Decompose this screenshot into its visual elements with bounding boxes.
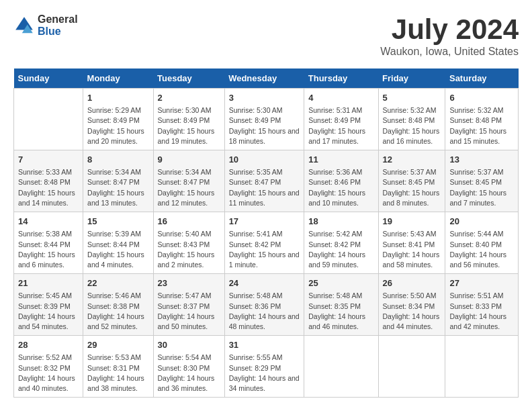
day-number: 24 xyxy=(229,277,300,289)
calendar-week-row: 21Sunrise: 5:45 AM Sunset: 8:39 PM Dayli… xyxy=(14,274,519,336)
calendar-cell: 26Sunrise: 5:50 AM Sunset: 8:34 PM Dayli… xyxy=(378,274,445,336)
calendar-cell xyxy=(304,336,378,398)
day-number: 27 xyxy=(449,277,514,289)
calendar-cell: 25Sunrise: 5:48 AM Sunset: 8:35 PM Dayli… xyxy=(304,274,378,336)
day-number: 3 xyxy=(229,92,300,104)
day-info: Sunrise: 5:36 AM Sunset: 8:46 PM Dayligh… xyxy=(308,167,373,208)
calendar-cell: 5Sunrise: 5:32 AM Sunset: 8:48 PM Daylig… xyxy=(378,89,445,150)
day-number: 20 xyxy=(449,216,514,228)
calendar-cell: 7Sunrise: 5:33 AM Sunset: 8:48 PM Daylig… xyxy=(14,150,83,212)
day-info: Sunrise: 5:45 AM Sunset: 8:39 PM Dayligh… xyxy=(18,291,79,332)
day-number: 15 xyxy=(87,216,148,228)
calendar-cell: 31Sunrise: 5:55 AM Sunset: 8:29 PM Dayli… xyxy=(224,336,304,398)
calendar-cell: 17Sunrise: 5:41 AM Sunset: 8:42 PM Dayli… xyxy=(224,212,304,274)
day-number: 16 xyxy=(158,216,220,228)
calendar-body: 1Sunrise: 5:29 AM Sunset: 8:49 PM Daylig… xyxy=(14,89,519,398)
day-number: 10 xyxy=(229,154,300,166)
calendar-cell xyxy=(14,89,83,150)
day-info: Sunrise: 5:34 AM Sunset: 8:47 PM Dayligh… xyxy=(158,167,220,208)
day-info: Sunrise: 5:30 AM Sunset: 8:49 PM Dayligh… xyxy=(229,105,300,146)
logo-icon xyxy=(13,15,35,36)
calendar-week-row: 7Sunrise: 5:33 AM Sunset: 8:48 PM Daylig… xyxy=(14,150,519,212)
day-number: 5 xyxy=(383,92,441,104)
calendar-cell: 28Sunrise: 5:52 AM Sunset: 8:32 PM Dayli… xyxy=(14,336,83,398)
calendar-cell: 3Sunrise: 5:30 AM Sunset: 8:49 PM Daylig… xyxy=(224,89,304,150)
calendar-cell: 27Sunrise: 5:51 AM Sunset: 8:33 PM Dayli… xyxy=(445,274,519,336)
day-info: Sunrise: 5:55 AM Sunset: 8:29 PM Dayligh… xyxy=(229,353,300,394)
day-number: 26 xyxy=(383,277,441,289)
day-info: Sunrise: 5:46 AM Sunset: 8:38 PM Dayligh… xyxy=(87,291,148,332)
day-info: Sunrise: 5:35 AM Sunset: 8:47 PM Dayligh… xyxy=(229,167,300,208)
col-sunday: Sunday xyxy=(14,68,83,89)
calendar-cell: 9Sunrise: 5:34 AM Sunset: 8:47 PM Daylig… xyxy=(153,150,224,212)
calendar-cell: 6Sunrise: 5:32 AM Sunset: 8:48 PM Daylig… xyxy=(445,89,519,150)
calendar-cell: 10Sunrise: 5:35 AM Sunset: 8:47 PM Dayli… xyxy=(224,150,304,212)
day-info: Sunrise: 5:30 AM Sunset: 8:49 PM Dayligh… xyxy=(158,105,220,146)
day-number: 30 xyxy=(158,339,220,351)
day-info: Sunrise: 5:42 AM Sunset: 8:42 PM Dayligh… xyxy=(308,229,373,270)
day-info: Sunrise: 5:29 AM Sunset: 8:49 PM Dayligh… xyxy=(87,105,148,146)
day-info: Sunrise: 5:40 AM Sunset: 8:43 PM Dayligh… xyxy=(158,229,220,270)
day-number: 14 xyxy=(18,216,79,228)
calendar-cell: 22Sunrise: 5:46 AM Sunset: 8:38 PM Dayli… xyxy=(83,274,153,336)
day-info: Sunrise: 5:41 AM Sunset: 8:42 PM Dayligh… xyxy=(229,229,300,270)
col-thursday: Thursday xyxy=(304,68,378,89)
day-number: 25 xyxy=(308,277,373,289)
day-info: Sunrise: 5:54 AM Sunset: 8:30 PM Dayligh… xyxy=(158,353,220,394)
day-info: Sunrise: 5:43 AM Sunset: 8:41 PM Dayligh… xyxy=(383,229,441,270)
calendar-cell: 19Sunrise: 5:43 AM Sunset: 8:41 PM Dayli… xyxy=(378,212,445,274)
calendar-cell: 23Sunrise: 5:47 AM Sunset: 8:37 PM Dayli… xyxy=(153,274,224,336)
day-info: Sunrise: 5:48 AM Sunset: 8:36 PM Dayligh… xyxy=(229,291,300,332)
col-friday: Friday xyxy=(378,68,445,89)
day-info: Sunrise: 5:50 AM Sunset: 8:34 PM Dayligh… xyxy=(383,291,441,332)
day-number: 28 xyxy=(18,339,79,351)
col-wednesday: Wednesday xyxy=(224,68,304,89)
day-info: Sunrise: 5:53 AM Sunset: 8:31 PM Dayligh… xyxy=(87,353,148,394)
calendar-cell: 2Sunrise: 5:30 AM Sunset: 8:49 PM Daylig… xyxy=(153,89,224,150)
day-number: 6 xyxy=(449,92,514,104)
day-info: Sunrise: 5:37 AM Sunset: 8:45 PM Dayligh… xyxy=(383,167,441,208)
day-number: 8 xyxy=(87,154,148,166)
day-info: Sunrise: 5:37 AM Sunset: 8:45 PM Dayligh… xyxy=(449,167,514,208)
logo-text: General Blue xyxy=(38,13,78,37)
calendar-cell: 13Sunrise: 5:37 AM Sunset: 8:45 PM Dayli… xyxy=(445,150,519,212)
title-area: July 2024 Waukon, Iowa, United States xyxy=(380,13,519,58)
day-info: Sunrise: 5:33 AM Sunset: 8:48 PM Dayligh… xyxy=(18,167,79,208)
calendar-cell: 30Sunrise: 5:54 AM Sunset: 8:30 PM Dayli… xyxy=(153,336,224,398)
day-number: 18 xyxy=(308,216,373,228)
day-info: Sunrise: 5:44 AM Sunset: 8:40 PM Dayligh… xyxy=(449,229,514,270)
day-number: 1 xyxy=(87,92,148,104)
day-number: 23 xyxy=(158,277,220,289)
main-title: July 2024 xyxy=(380,13,519,46)
svg-marker-0 xyxy=(15,17,33,30)
calendar-cell: 18Sunrise: 5:42 AM Sunset: 8:42 PM Dayli… xyxy=(304,212,378,274)
header: General Blue July 2024 Waukon, Iowa, Uni… xyxy=(13,13,519,58)
day-number: 2 xyxy=(158,92,220,104)
logo-blue: Blue xyxy=(38,26,78,38)
day-info: Sunrise: 5:51 AM Sunset: 8:33 PM Dayligh… xyxy=(449,291,514,332)
calendar-header: Sunday Monday Tuesday Wednesday Thursday… xyxy=(14,68,519,89)
day-info: Sunrise: 5:32 AM Sunset: 8:48 PM Dayligh… xyxy=(449,105,514,146)
day-number: 12 xyxy=(383,154,441,166)
calendar-week-row: 1Sunrise: 5:29 AM Sunset: 8:49 PM Daylig… xyxy=(14,89,519,150)
day-number: 19 xyxy=(383,216,441,228)
day-number: 4 xyxy=(308,92,373,104)
calendar-table: Sunday Monday Tuesday Wednesday Thursday… xyxy=(13,68,519,398)
day-number: 13 xyxy=(449,154,514,166)
day-info: Sunrise: 5:48 AM Sunset: 8:35 PM Dayligh… xyxy=(308,291,373,332)
logo: General Blue xyxy=(13,13,78,37)
day-info: Sunrise: 5:32 AM Sunset: 8:48 PM Dayligh… xyxy=(383,105,441,146)
subtitle: Waukon, Iowa, United States xyxy=(380,46,519,58)
calendar-cell: 14Sunrise: 5:38 AM Sunset: 8:44 PM Dayli… xyxy=(14,212,83,274)
calendar-cell: 8Sunrise: 5:34 AM Sunset: 8:47 PM Daylig… xyxy=(83,150,153,212)
calendar-cell: 20Sunrise: 5:44 AM Sunset: 8:40 PM Dayli… xyxy=(445,212,519,274)
day-number: 9 xyxy=(158,154,220,166)
day-info: Sunrise: 5:47 AM Sunset: 8:37 PM Dayligh… xyxy=(158,291,220,332)
day-number: 11 xyxy=(308,154,373,166)
day-number: 22 xyxy=(87,277,148,289)
calendar-week-row: 14Sunrise: 5:38 AM Sunset: 8:44 PM Dayli… xyxy=(14,212,519,274)
calendar-cell: 21Sunrise: 5:45 AM Sunset: 8:39 PM Dayli… xyxy=(14,274,83,336)
calendar-cell: 29Sunrise: 5:53 AM Sunset: 8:31 PM Dayli… xyxy=(83,336,153,398)
day-number: 7 xyxy=(18,154,79,166)
calendar-cell: 15Sunrise: 5:39 AM Sunset: 8:44 PM Dayli… xyxy=(83,212,153,274)
